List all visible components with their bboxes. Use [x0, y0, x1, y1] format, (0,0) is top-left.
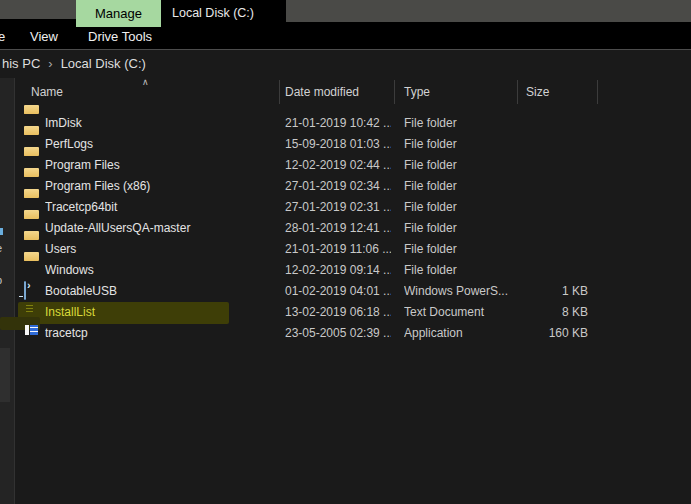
file-name: ImDisk — [45, 113, 277, 134]
chevron-right-icon[interactable]: › — [48, 56, 52, 71]
file-name: Users — [45, 239, 277, 260]
file-name: Update-AllUsersQA-master — [45, 218, 277, 239]
background-window-strip-right — [286, 0, 691, 22]
column-header-date-modified[interactable]: Date modified — [285, 78, 359, 106]
column-header-size[interactable]: Size — [526, 78, 549, 106]
file-row[interactable]: Windows 12-02-2019 09:14 ... File folder — [0, 260, 691, 281]
file-row[interactable]: Update-AllUsersQA-master 28-01-2019 12:4… — [0, 218, 691, 239]
column-resize-handle[interactable] — [517, 80, 518, 104]
file-date-modified: 12-02-2019 09:14 ... — [285, 260, 391, 281]
column-resize-handle[interactable] — [394, 80, 395, 104]
nav-scrollbar-thumb[interactable] — [0, 348, 10, 402]
manage-contextual-tab[interactable]: Manage — [76, 0, 161, 27]
file-size — [518, 218, 588, 239]
file-size — [518, 134, 588, 155]
file-type: File folder — [404, 113, 516, 134]
file-row[interactable]: Program Files (x86) 27-01-2019 02:34 ...… — [0, 176, 691, 197]
file-size — [518, 113, 588, 134]
file-size: 8 KB — [518, 302, 588, 323]
file-date-modified: 27-01-2019 02:34 ... — [285, 176, 391, 197]
title-bar: Manage Local Disk (C:) — [0, 0, 691, 27]
file-date-modified: 23-05-2005 02:39 ... — [285, 323, 391, 344]
address-bar[interactable]: his PC › Local Disk (C:) — [0, 50, 691, 77]
ribbon-tab-bar: e View Drive Tools — [0, 27, 691, 49]
breadcrumb-current-folder[interactable]: Local Disk (C:) — [61, 56, 146, 71]
file-size: 1 KB — [518, 281, 588, 302]
file-date-modified: 13-02-2019 06:18 ... — [285, 302, 391, 323]
file-size — [518, 260, 588, 281]
file-date-modified: 21-01-2019 10:42 ... — [285, 113, 391, 134]
file-row[interactable]: Program Files 12-02-2019 02:44 ... File … — [0, 155, 691, 176]
file-row[interactable]: Users 21-01-2019 11:06 ... File folder — [0, 239, 691, 260]
file-name: Program Files (x86) — [45, 176, 277, 197]
file-type: File folder — [404, 197, 516, 218]
column-header-name[interactable]: Name — [31, 78, 63, 106]
file-name: tracetcp — [45, 323, 277, 344]
file-row[interactable]: ImDisk 21-01-2019 10:42 ... File folder — [0, 113, 691, 134]
file-type: File folder — [404, 260, 516, 281]
file-type: File folder — [404, 239, 516, 260]
file-type: File folder — [404, 134, 516, 155]
powershell-icon — [24, 281, 26, 300]
file-name: BootableUSB — [45, 281, 277, 302]
file-type: Text Document — [404, 302, 516, 323]
file-row[interactable]: Tracetcp64bit 27-01-2019 02:31 ... File … — [0, 197, 691, 218]
file-size — [518, 176, 588, 197]
file-row[interactable]: PerfLogs 15-09-2018 01:03 ... File folde… — [0, 134, 691, 155]
sort-ascending-icon: ∧ — [142, 77, 149, 87]
file-type: File folder — [404, 176, 516, 197]
file-date-modified: 28-01-2019 12:41 ... — [285, 218, 391, 239]
tab-drive-tools[interactable]: Drive Tools — [88, 27, 152, 49]
file-date-modified: 27-01-2019 02:31 ... — [285, 197, 391, 218]
tab-share-partial[interactable]: e — [0, 27, 5, 49]
file-name: Tracetcp64bit — [45, 197, 277, 218]
column-header-type[interactable]: Type — [404, 78, 430, 106]
breadcrumb-this-pc[interactable]: his PC — [2, 56, 40, 71]
file-explorer-window: Manage Local Disk (C:) e View Drive Tool… — [0, 0, 691, 504]
file-row[interactable]: BootableUSB 01-02-2019 04:01 ... Windows… — [0, 281, 691, 302]
file-date-modified: 01-02-2019 04:01 ... — [285, 281, 391, 302]
file-row[interactable]: tracetcp 23-05-2005 02:39 ... Applicatio… — [0, 323, 691, 344]
file-row[interactable]: InstallList 13-02-2019 06:18 ... Text Do… — [0, 302, 691, 323]
column-resize-handle[interactable] — [597, 80, 598, 104]
column-resize-handle[interactable] — [279, 80, 280, 104]
file-date-modified: 15-09-2018 01:03 ... — [285, 134, 391, 155]
file-name: PerfLogs — [45, 134, 277, 155]
file-type: Application — [404, 323, 516, 344]
file-type: File folder — [404, 218, 516, 239]
file-size — [518, 155, 588, 176]
file-name: Program Files — [45, 155, 277, 176]
file-name: InstallList — [45, 302, 277, 323]
file-size — [518, 239, 588, 260]
background-window-strip-left — [0, 0, 76, 19]
file-date-modified: 21-01-2019 11:06 ... — [285, 239, 391, 260]
file-name: Windows — [45, 260, 277, 281]
file-type: File folder — [404, 155, 516, 176]
window-title: Local Disk (C:) — [161, 0, 286, 27]
tab-view[interactable]: View — [30, 27, 58, 49]
file-size: 160 KB — [518, 323, 588, 344]
file-list: ImDisk 21-01-2019 10:42 ... File folder … — [0, 113, 691, 344]
file-type: Windows PowerS... — [404, 281, 516, 302]
file-date-modified: 12-02-2019 02:44 ... — [285, 155, 391, 176]
file-size — [518, 197, 588, 218]
column-header-row: ∧ Name Date modified Type Size — [0, 78, 691, 106]
